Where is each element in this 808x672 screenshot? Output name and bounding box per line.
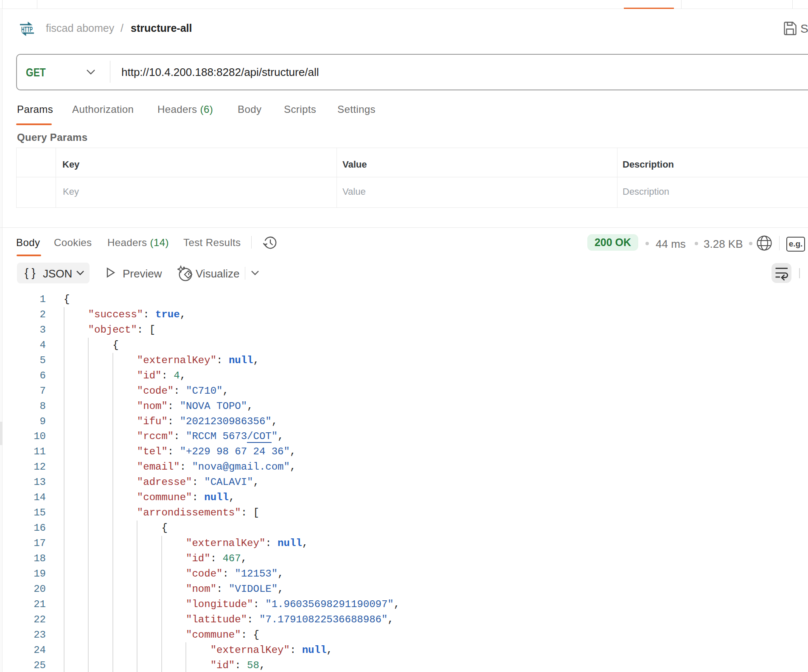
svg-text:HTTP: HTTP — [21, 26, 33, 33]
